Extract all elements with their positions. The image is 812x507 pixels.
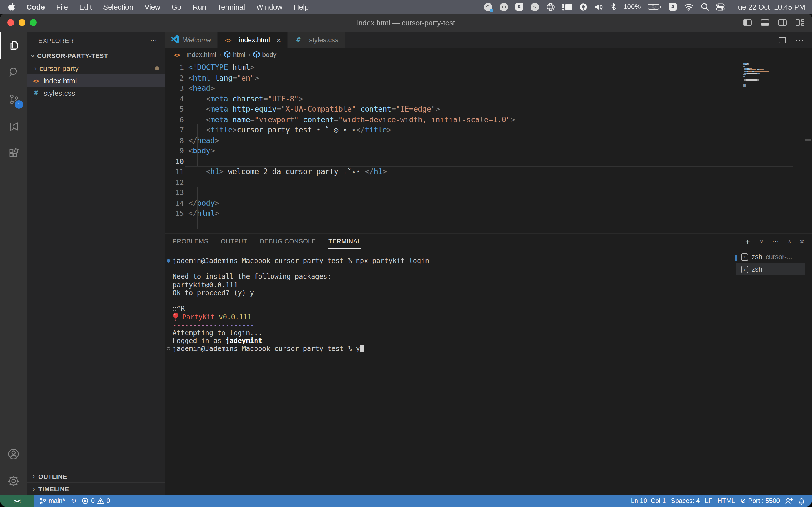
- breadcrumb-item-body[interactable]: body: [253, 50, 276, 59]
- panel-tab-problems[interactable]: PROBLEMS: [172, 234, 208, 249]
- editor-tab-index.html[interactable]: <>index.html×: [218, 32, 288, 48]
- apple-menu-icon[interactable]: [8, 3, 15, 11]
- breadcrumb-label: body: [262, 51, 276, 58]
- panel-tabs: PROBLEMSOUTPUTDEBUG CONSOLETERMINAL: [172, 234, 373, 249]
- wifi-icon[interactable]: [684, 2, 694, 11]
- menu-item-selection[interactable]: Selection: [98, 0, 139, 13]
- indentation-item[interactable]: Spaces: 4: [671, 497, 700, 504]
- menu-item-terminal[interactable]: Terminal: [212, 0, 251, 13]
- menu-item-code[interactable]: Code: [21, 0, 50, 13]
- command-decoration-hollow[interactable]: [167, 347, 170, 350]
- minimap[interactable]: [743, 62, 804, 88]
- menu-item-go[interactable]: Go: [166, 0, 187, 13]
- code-line: 1<!DOCTYPE html>: [165, 62, 812, 73]
- feedback-icon[interactable]: [785, 497, 793, 504]
- run-debug-view-icon[interactable]: [0, 113, 27, 140]
- sidebar-section-outline[interactable]: ›OUTLINE: [27, 470, 165, 482]
- accounts-icon[interactable]: [0, 441, 27, 467]
- line-number: 4: [165, 94, 184, 104]
- panel-tab-terminal[interactable]: TERMINAL: [328, 234, 361, 249]
- zoom-window-button[interactable]: [30, 19, 37, 26]
- code-editor[interactable]: 1<!DOCTYPE html>2<html lang="en">3<head>…: [165, 61, 812, 233]
- language-mode-item[interactable]: HTML: [718, 497, 735, 504]
- breadcrumb-item-html[interactable]: html: [224, 50, 245, 59]
- camera-icon[interactable]: [579, 2, 587, 11]
- battery-icon[interactable]: ϟ: [648, 4, 662, 10]
- breadcrumb-item-index.html[interactable]: <>index.html: [172, 51, 216, 58]
- panel-more-actions-icon[interactable]: ⋯: [772, 237, 779, 245]
- menu-item-run[interactable]: Run: [187, 0, 212, 13]
- explorer-root-folder[interactable]: ›CURSOR-PARTY-TEST: [27, 50, 165, 62]
- terminal-instance-zsh[interactable]: ›zsh: [736, 263, 805, 276]
- problems-item[interactable]: 0 0: [82, 497, 110, 504]
- menu-bar-clock[interactable]: Tue 22 Oct 10:45 PM: [734, 3, 805, 11]
- terminal-dropdown-icon[interactable]: ∨: [760, 238, 763, 244]
- toggle-secondary-sidebar-icon[interactable]: [778, 19, 786, 26]
- source-control-view-icon[interactable]: 1: [0, 86, 27, 113]
- control-center-icon[interactable]: [716, 2, 725, 11]
- remote-indicator[interactable]: ><: [0, 495, 34, 507]
- explorer-item-cursor-party[interactable]: ›cursor-party: [27, 62, 165, 74]
- status-bar-right: Ln 10, Col 1 Spaces: 4 LF HTML ⊘Port : 5…: [631, 497, 812, 505]
- spotlight-search-icon[interactable]: [701, 2, 709, 11]
- sync-changes-item[interactable]: ↻: [71, 497, 77, 505]
- terminal-output[interactable]: jademin@Jademins-Macbook cursor-party-te…: [172, 257, 731, 353]
- editor-tab-styles.css[interactable]: #styles.css: [288, 32, 345, 48]
- ten-badge-icon[interactable]: 10: [499, 2, 508, 11]
- window-title-bar[interactable]: index.html — cursor-party-test: [0, 13, 812, 32]
- new-terminal-icon[interactable]: ＋: [744, 236, 751, 246]
- sidebar-section-timeline[interactable]: ›TIMELINE: [27, 482, 165, 495]
- line-number: 3: [165, 83, 184, 94]
- menu-item-window[interactable]: Window: [251, 0, 288, 13]
- terminal-instance-zsh[interactable]: ›zshcursor-...: [736, 251, 805, 263]
- close-tab-icon[interactable]: ×: [276, 36, 281, 44]
- menu-item-edit[interactable]: Edit: [73, 0, 98, 13]
- menu-item-file[interactable]: File: [50, 0, 73, 13]
- close-window-button[interactable]: [7, 19, 14, 26]
- explorer-item-index.html[interactable]: <>index.html: [27, 74, 165, 87]
- volume-icon[interactable]: [595, 2, 603, 11]
- command-decoration-filled[interactable]: [167, 259, 170, 263]
- toggle-panel-icon[interactable]: [761, 19, 769, 26]
- explorer-item-styles.css[interactable]: #styles.css: [27, 87, 165, 99]
- minimize-window-button[interactable]: [18, 19, 26, 26]
- code-text: </head>: [188, 136, 219, 145]
- toggle-primary-sidebar-icon[interactable]: [743, 19, 752, 26]
- bluetooth-icon[interactable]: [610, 2, 616, 11]
- menu-item-help[interactable]: Help: [288, 0, 315, 13]
- explorer-more-actions-icon[interactable]: ⋯: [150, 36, 158, 45]
- a-app-icon[interactable]: A: [515, 2, 523, 11]
- input-source-icon[interactable]: A: [669, 2, 677, 11]
- editor-tab-Welcome[interactable]: Welcome: [165, 32, 218, 48]
- cursor-position-item[interactable]: Ln 10, Col 1: [631, 497, 666, 504]
- stage-manager-icon[interactable]: [562, 2, 571, 11]
- overview-ruler-marker[interactable]: [805, 139, 811, 142]
- minimap-line: [743, 81, 804, 82]
- live-server-port-item[interactable]: ⊘Port : 5500: [740, 497, 780, 505]
- file-label: styles.css: [43, 89, 75, 97]
- explorer-view-icon[interactable]: [0, 32, 27, 59]
- notifications-bell-icon[interactable]: [798, 497, 805, 504]
- maximize-panel-icon[interactable]: ∧: [788, 238, 792, 244]
- close-panel-icon[interactable]: ×: [800, 237, 804, 245]
- globe-icon[interactable]: [546, 2, 555, 11]
- split-editor-icon[interactable]: [779, 37, 786, 43]
- shazam-icon[interactable]: S: [530, 2, 539, 11]
- extensions-view-icon[interactable]: [0, 140, 27, 167]
- menu-bar-status-icons: ◠ 10 A S 100% ϟ A: [484, 2, 812, 11]
- minimap-line: [743, 69, 804, 70]
- eol-item[interactable]: LF: [705, 497, 712, 504]
- vscode-logo-icon: [171, 35, 179, 45]
- minimap-line: [743, 76, 804, 77]
- window-title: index.html — cursor-party-test: [0, 18, 812, 27]
- editor-more-actions-icon[interactable]: ⋯: [795, 35, 804, 45]
- customize-layout-icon[interactable]: [796, 19, 804, 26]
- panel-tab-debug-console[interactable]: DEBUG CONSOLE: [260, 234, 316, 249]
- git-branch-item[interactable]: main*: [40, 497, 65, 504]
- screen-record-icon[interactable]: ◠: [484, 2, 492, 11]
- panel-tab-output[interactable]: OUTPUT: [221, 234, 247, 249]
- menu-item-view[interactable]: View: [139, 0, 166, 13]
- settings-gear-icon[interactable]: [0, 467, 27, 495]
- search-view-icon[interactable]: [0, 59, 27, 86]
- symbol-cube-icon: [224, 50, 231, 59]
